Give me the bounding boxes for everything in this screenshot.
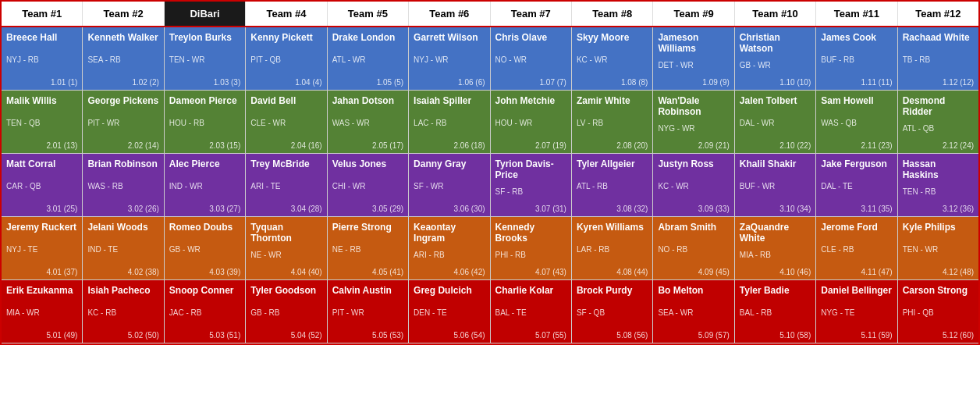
pick-cell-3.0731[interactable]: Tyrion Davis-PriceSF - RB3.07 (31) — [491, 154, 572, 216]
pick-cell-1.1111[interactable]: James CookBUF - RB1.11 (11) — [816, 27, 897, 90]
pick-cell-1.1212[interactable]: Rachaad WhiteTB - RB1.12 (12) — [898, 27, 978, 90]
player-info: IND - TE — [87, 245, 158, 254]
pick-cell-2.0921[interactable]: Wan'Dale RobinsonNYG - WR2.09 (21) — [653, 91, 734, 153]
pick-cell-2.0820[interactable]: Zamir WhiteLV - RB2.08 (20) — [572, 91, 653, 153]
pick-cell-5.0553[interactable]: Calvin AustinPIT - WR5.05 (53) — [328, 280, 409, 343]
pick-cell-4.0945[interactable]: Abram SmithNO - RB4.09 (45) — [653, 217, 734, 279]
pick-cell-2.0517[interactable]: Jahan DotsonWAS - WR2.05 (17) — [328, 91, 409, 153]
pick-cell-3.0125[interactable]: Matt CorralCAR - QB3.01 (25) — [2, 154, 83, 216]
player-name: Brock Purdy — [577, 285, 648, 296]
team-header-5[interactable]: Team #5 — [328, 2, 409, 26]
pick-cell-1.099[interactable]: Jameson WilliamsDET - WR1.09 (9) — [653, 27, 734, 90]
team-header-7[interactable]: Team #7 — [491, 2, 572, 26]
pick-cell-1.066[interactable]: Garrett WilsonNYJ - WR1.06 (6) — [409, 27, 490, 90]
pick-cell-5.0957[interactable]: Bo MeltonSEA - WR5.09 (57) — [653, 280, 734, 343]
pick-cell-2.1224[interactable]: Desmond RidderATL - QB2.12 (24) — [898, 91, 978, 153]
pick-cell-5.0755[interactable]: Charlie KolarBAL - TE5.07 (55) — [491, 280, 572, 343]
pick-number: 3.12 (36) — [903, 205, 974, 213]
team-header-3[interactable]: DiBari — [165, 2, 246, 26]
pick-cell-5.0250[interactable]: Isiah PachecoKC - RB5.02 (50) — [83, 280, 164, 343]
player-name: Khalil Shakir — [740, 158, 811, 169]
team-header-9[interactable]: Team #9 — [653, 2, 734, 26]
pick-cell-1.044[interactable]: Kenny PickettPIT - QB1.04 (4) — [246, 27, 327, 90]
pick-cell-4.0844[interactable]: Kyren WilliamsLAR - RB4.08 (44) — [572, 217, 653, 279]
pick-cell-5.0149[interactable]: Erik EzukanmaMIA - WR5.01 (49) — [2, 280, 83, 343]
pick-cell-3.0630[interactable]: Danny GraySF - WR3.06 (30) — [409, 154, 490, 216]
pick-number: 4.03 (39) — [169, 268, 240, 276]
pick-number: 4.04 (40) — [250, 268, 321, 276]
pick-cell-1.055[interactable]: Drake LondonATL - WR1.05 (5) — [328, 27, 409, 90]
pick-cell-4.0339[interactable]: Romeo DoubsGB - WR4.03 (39) — [165, 217, 246, 279]
pick-cell-2.0618[interactable]: Isaiah SpillerLAC - RB2.06 (18) — [409, 91, 490, 153]
player-info: PHI - QB — [903, 308, 974, 317]
pick-cell-2.0113[interactable]: Malik WillisTEN - QB2.01 (13) — [2, 91, 83, 153]
pick-cell-3.0327[interactable]: Alec PierceIND - WR3.03 (27) — [165, 154, 246, 216]
pick-cell-4.0238[interactable]: Jelani WoodsIND - TE4.02 (38) — [83, 217, 164, 279]
pick-cell-2.0719[interactable]: John MetchieHOU - WR2.07 (19) — [491, 91, 572, 153]
pick-cell-4.0642[interactable]: Keaontay IngramARI - RB4.06 (42) — [409, 217, 490, 279]
pick-cell-1.022[interactable]: Kenneth WalkerSEA - RB1.02 (2) — [83, 27, 164, 90]
pick-cell-2.0214[interactable]: George PickensPIT - WR2.02 (14) — [83, 91, 164, 153]
pick-cell-4.1046[interactable]: ZaQuandre WhiteMIA - RB4.10 (46) — [735, 217, 816, 279]
pick-cell-4.0440[interactable]: Tyquan ThorntonNE - WR4.04 (40) — [246, 217, 327, 279]
pick-cell-1.033[interactable]: Treylon BurksTEN - WR1.03 (3) — [165, 27, 246, 90]
player-name: Snoop Conner — [169, 285, 240, 296]
team-header-2[interactable]: Team #2 — [83, 2, 164, 26]
pick-cell-3.0428[interactable]: Trey McBrideARI - TE3.04 (28) — [246, 154, 327, 216]
player-info: DET - WR — [658, 61, 729, 69]
pick-cell-2.1022[interactable]: Jalen TolbertDAL - WR2.10 (22) — [735, 91, 816, 153]
pick-number: 1.05 (5) — [332, 78, 403, 87]
team-header-6[interactable]: Team #6 — [409, 2, 490, 26]
pick-cell-1.1010[interactable]: Christian WatsonGB - WR1.10 (10) — [735, 27, 816, 90]
round-row-5: Erik EzukanmaMIA - WR5.01 (49)Isiah Pach… — [2, 280, 978, 343]
player-name: Pierre Strong — [332, 222, 403, 233]
pick-cell-5.1159[interactable]: Daniel BellingerNYG - TE5.11 (59) — [816, 280, 897, 343]
team-header-4[interactable]: Team #4 — [246, 2, 327, 26]
pick-cell-5.0856[interactable]: Brock PurdySF - QB5.08 (56) — [572, 280, 653, 343]
pick-cell-3.0529[interactable]: Velus JonesCHI - WR3.05 (29) — [328, 154, 409, 216]
pick-cell-4.0743[interactable]: Kennedy BrooksPHI - RB4.07 (43) — [491, 217, 572, 279]
pick-cell-5.0452[interactable]: Tyler GoodsonGB - RB5.04 (52) — [246, 280, 327, 343]
pick-cell-2.0416[interactable]: David BellCLE - WR2.04 (16) — [246, 91, 327, 153]
pick-cell-4.0137[interactable]: Jeremy RuckertNYJ - TE4.01 (37) — [2, 217, 83, 279]
player-name: Brian Robinson — [87, 158, 158, 169]
pick-cell-5.0351[interactable]: Snoop ConnerJAC - RB5.03 (51) — [165, 280, 246, 343]
pick-number: 1.07 (7) — [495, 78, 566, 87]
pick-cell-1.077[interactable]: Chris OlaveNO - WR1.07 (7) — [491, 27, 572, 90]
player-info: KC - WR — [658, 182, 729, 190]
round-row-3: Matt CorralCAR - QB3.01 (25)Brian Robins… — [2, 154, 978, 217]
pick-cell-3.0933[interactable]: Justyn RossKC - WR3.09 (33) — [653, 154, 734, 216]
pick-number: 3.08 (32) — [577, 205, 648, 213]
pick-number: 5.04 (52) — [250, 331, 321, 340]
pick-number: 2.10 (22) — [740, 141, 811, 150]
player-info: CAR - QB — [6, 182, 77, 190]
pick-cell-4.1147[interactable]: Jerome FordCLE - RB4.11 (47) — [816, 217, 897, 279]
pick-number: 2.12 (24) — [903, 141, 974, 150]
pick-cell-4.0541[interactable]: Pierre StrongNE - RB4.05 (41) — [328, 217, 409, 279]
player-name: ZaQuandre White — [740, 222, 811, 244]
team-header-1[interactable]: Team #1 — [2, 2, 83, 26]
pick-cell-2.1123[interactable]: Sam HowellWAS - QB2.11 (23) — [816, 91, 897, 153]
team-header-11[interactable]: Team #11 — [816, 2, 897, 26]
pick-cell-2.0315[interactable]: Dameon PierceHOU - RB2.03 (15) — [165, 91, 246, 153]
pick-number: 2.11 (23) — [821, 141, 892, 150]
pick-number: 4.06 (42) — [414, 268, 485, 276]
team-header-8[interactable]: Team #8 — [572, 2, 653, 26]
pick-cell-3.1135[interactable]: Jake FergusonDAL - TE3.11 (35) — [816, 154, 897, 216]
player-info: JAC - RB — [169, 308, 240, 317]
pick-cell-5.0654[interactable]: Greg DulcichDEN - TE5.06 (54) — [409, 280, 490, 343]
pick-cell-3.0832[interactable]: Tyler AllgeierATL - RB3.08 (32) — [572, 154, 653, 216]
pick-cell-4.1248[interactable]: Kyle PhilipsTEN - WR4.12 (48) — [898, 217, 978, 279]
pick-cell-5.1058[interactable]: Tyler BadieBAL - RB5.10 (58) — [735, 280, 816, 343]
pick-cell-3.0226[interactable]: Brian RobinsonWAS - RB3.02 (26) — [83, 154, 164, 216]
team-header-10[interactable]: Team #10 — [735, 2, 816, 26]
pick-cell-3.1034[interactable]: Khalil ShakirBUF - WR3.10 (34) — [735, 154, 816, 216]
draft-board: Team #1Team #2DiBariTeam #4Team #5Team #… — [0, 0, 980, 345]
pick-cell-1.088[interactable]: Skyy MooreKC - WR1.08 (8) — [572, 27, 653, 90]
player-name: Isaiah Spiller — [414, 95, 485, 106]
pick-number: 1.04 (4) — [250, 78, 321, 87]
pick-cell-1.011[interactable]: Breece HallNYJ - RB1.01 (1) — [2, 27, 83, 90]
team-header-12[interactable]: Team #12 — [898, 2, 978, 26]
pick-cell-5.1260[interactable]: Carson StrongPHI - QB5.12 (60) — [898, 280, 978, 343]
pick-cell-3.1236[interactable]: Hassan HaskinsTEN - RB3.12 (36) — [898, 154, 978, 216]
